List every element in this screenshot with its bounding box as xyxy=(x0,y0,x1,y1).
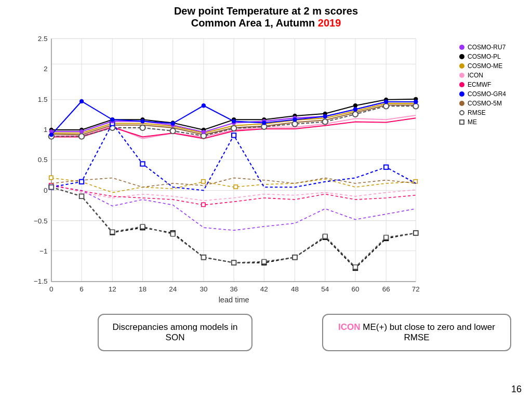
legend-item-cosmo-me: COSMO-ME xyxy=(459,62,522,70)
svg-rect-82 xyxy=(140,162,144,166)
legend-dot-cosmo-pl xyxy=(459,54,464,59)
svg-rect-75 xyxy=(234,185,237,189)
legend-item-ecmwf: ECMWF xyxy=(459,81,522,88)
legend-label: COSMO-ME xyxy=(468,62,502,70)
annotation-text-2: ME(+) but close to zero and lower RMSE xyxy=(361,322,495,342)
svg-rect-97 xyxy=(414,231,418,235)
svg-point-48 xyxy=(79,134,84,139)
legend-item-cosmo-gr4: COSMO-GR4 xyxy=(459,90,522,98)
svg-point-57 xyxy=(353,112,358,117)
svg-text:1: 1 xyxy=(44,126,48,134)
legend-dot-cosmo-gr4 xyxy=(459,91,464,97)
svg-text:36: 36 xyxy=(230,285,238,293)
svg-point-129 xyxy=(202,103,206,108)
svg-text:0: 0 xyxy=(44,187,48,194)
svg-text:−1.5: −1.5 xyxy=(34,277,48,285)
svg-rect-80 xyxy=(79,180,84,184)
svg-point-127 xyxy=(140,119,144,123)
annotation-box-1: Discrepancies among models in SON xyxy=(98,314,252,351)
svg-rect-84 xyxy=(384,165,388,169)
svg-text:6: 6 xyxy=(79,285,84,293)
svg-text:72: 72 xyxy=(412,285,420,293)
svg-rect-96 xyxy=(384,235,388,240)
svg-point-132 xyxy=(292,117,297,122)
svg-rect-74 xyxy=(202,180,205,183)
annotation-text-1: Discrepancies among models in SON xyxy=(113,322,238,342)
title-line1: Dew point Temperature at 2 m scores xyxy=(10,5,522,17)
legend-label: COSMO-GR4 xyxy=(468,90,506,98)
svg-point-112 xyxy=(79,129,84,134)
legend-item-cosmo-pl: COSMO-PL xyxy=(459,53,522,60)
legend-item-cosmo-ru7: COSMO-RU7 xyxy=(459,44,522,51)
svg-point-51 xyxy=(170,128,175,134)
chart-title: Dew point Temperature at 2 m scores Comm… xyxy=(10,5,522,29)
svg-text:54: 54 xyxy=(321,285,329,293)
legend-item-rmse: RMSE xyxy=(459,109,522,116)
legend-label: COSMO-PL xyxy=(468,53,501,60)
title-line2: Common Area 1, Autumn 2019 xyxy=(10,17,522,29)
svg-rect-95 xyxy=(353,265,357,269)
svg-rect-83 xyxy=(232,133,236,137)
svg-text:0.5: 0.5 xyxy=(38,156,48,164)
svg-text:66: 66 xyxy=(382,285,390,293)
svg-point-58 xyxy=(383,103,389,109)
svg-point-130 xyxy=(232,119,236,123)
legend-label: COSMO-5M xyxy=(468,100,502,107)
legend-item-me: ME xyxy=(459,118,522,126)
legend-item-cosmo-5m: COSMO-5M xyxy=(459,100,522,107)
legend-label: ME xyxy=(468,118,477,126)
svg-point-50 xyxy=(140,125,145,130)
svg-point-116 xyxy=(202,130,206,134)
legend-dot-me xyxy=(459,119,464,125)
svg-text:0: 0 xyxy=(49,285,54,293)
svg-point-125 xyxy=(79,99,84,103)
svg-point-56 xyxy=(323,119,328,124)
svg-point-131 xyxy=(262,121,266,125)
svg-rect-93 xyxy=(292,255,297,259)
svg-text:42: 42 xyxy=(260,285,268,293)
annotation-icon-text: ICON xyxy=(338,322,361,332)
svg-text:60: 60 xyxy=(351,285,359,293)
svg-text:lead time: lead time xyxy=(219,296,249,304)
svg-rect-91 xyxy=(232,261,236,265)
svg-text:−1: −1 xyxy=(39,247,47,255)
svg-point-53 xyxy=(231,126,236,131)
svg-rect-94 xyxy=(323,234,327,238)
chart-plot: 2.5 2 1.5 1 0.5 0 −0.5 −1 −1.5 0 6 12 18… xyxy=(10,33,454,309)
bottom-annotations: Discrepancies among models in SON ICON M… xyxy=(10,314,522,351)
svg-point-136 xyxy=(414,100,418,104)
svg-rect-89 xyxy=(171,232,175,236)
svg-point-126 xyxy=(110,117,114,122)
legend-dot-cosmo-ru7 xyxy=(459,45,464,50)
svg-point-59 xyxy=(413,103,418,109)
legend-label: COSMO-RU7 xyxy=(468,44,506,51)
svg-point-124 xyxy=(49,132,54,137)
svg-text:−0.5: −0.5 xyxy=(34,217,48,225)
svg-rect-88 xyxy=(140,224,144,229)
svg-rect-73 xyxy=(49,176,53,179)
svg-text:2: 2 xyxy=(44,65,48,73)
chart-legend: COSMO-RU7 COSMO-PL COSMO-ME ICON ECMWF C… xyxy=(454,33,522,309)
legend-dot-cosmo-me xyxy=(459,63,464,69)
svg-point-133 xyxy=(323,114,327,118)
svg-rect-92 xyxy=(262,259,266,263)
annotation-box-2: ICON ME(+) but close to zero and lower R… xyxy=(322,314,511,351)
legend-dot-ecmwf xyxy=(459,82,464,87)
svg-point-55 xyxy=(292,121,297,126)
svg-text:1.5: 1.5 xyxy=(38,96,48,103)
svg-point-135 xyxy=(384,100,388,104)
svg-text:2.5: 2.5 xyxy=(38,35,48,43)
svg-text:24: 24 xyxy=(169,285,177,293)
legend-dot-rmse xyxy=(459,110,464,115)
page-number: 16 xyxy=(511,384,522,395)
svg-rect-78 xyxy=(202,203,205,206)
legend-item-icon: ICON xyxy=(459,72,522,79)
legend-label: ECMWF xyxy=(468,81,491,88)
legend-label: ICON xyxy=(468,72,483,79)
svg-point-128 xyxy=(171,121,175,125)
svg-text:48: 48 xyxy=(291,285,299,293)
svg-point-108 xyxy=(353,103,357,108)
legend-dot-icon xyxy=(459,73,464,78)
legend-label: RMSE xyxy=(468,109,486,116)
svg-rect-90 xyxy=(202,255,206,259)
